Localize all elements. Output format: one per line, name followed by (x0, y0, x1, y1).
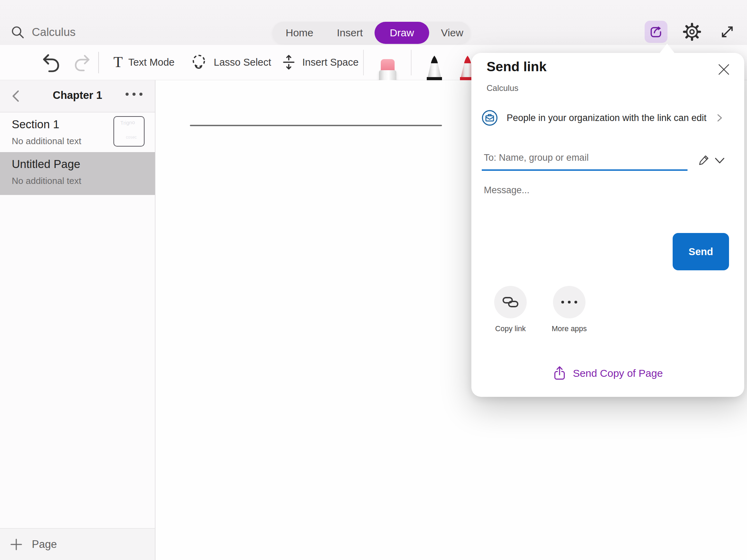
close-icon (718, 64, 730, 75)
toolbar-divider (411, 50, 412, 75)
send-copy-label: Send Copy of Page (573, 367, 663, 379)
share-button[interactable] (645, 21, 667, 43)
to-input-underline (482, 169, 688, 171)
send-link-dialog: Send link Calculus People i (471, 53, 744, 397)
ribbon-tabs: Home Insert Draw View (273, 22, 470, 44)
tab-view[interactable]: View (429, 22, 475, 44)
topbar-actions (645, 21, 738, 43)
top-bar: Calculus Home Insert Draw View (0, 0, 747, 45)
undo-icon (39, 51, 62, 74)
insert-space-button[interactable]: Insert Space (281, 45, 359, 80)
recipient-chevron-down-button[interactable] (713, 156, 726, 165)
to-input[interactable] (484, 152, 677, 163)
page-subtitle: No additional text (12, 176, 155, 186)
tab-insert[interactable]: Insert (325, 22, 375, 44)
page-row-section1[interactable]: Section 1 No additional text Trigno cose… (0, 112, 155, 152)
permission-label: People in your organization with the lin… (507, 113, 707, 123)
edit-pencil-button[interactable] (697, 153, 711, 167)
sidebar-header: Chapter 1 (0, 80, 155, 112)
briefcase-icon (482, 110, 498, 126)
search-icon[interactable] (10, 25, 25, 39)
notebook-title: Calculus (32, 26, 76, 39)
page-title: Untitled Page (12, 158, 155, 171)
copy-link-button[interactable] (494, 286, 527, 318)
message-input[interactable] (484, 185, 677, 230)
close-button[interactable] (716, 61, 732, 78)
toolbar-divider (363, 50, 364, 75)
ink-stroke (190, 125, 442, 126)
lasso-icon (190, 53, 208, 72)
dialog-callout-pointer (660, 44, 675, 53)
text-mode-icon: T (113, 55, 123, 70)
more-apps-button[interactable] (553, 286, 585, 318)
dialog-subtitle: Calculus (487, 83, 518, 93)
toolbar-divider (98, 52, 99, 73)
ellipsis-icon (561, 301, 577, 304)
undo-button[interactable] (39, 45, 62, 80)
link-permission-button[interactable]: People in your organization with the lin… (482, 108, 724, 128)
fullscreen-button[interactable] (717, 21, 738, 43)
page-thumbnail: Trigno cosec (113, 116, 145, 147)
send-copy-of-page-button[interactable]: Send Copy of Page (471, 366, 744, 381)
chevron-right-icon (716, 112, 724, 123)
redo-icon (73, 52, 93, 73)
link-icon (501, 295, 519, 310)
more-apps-label: More apps (538, 325, 600, 333)
settings-button[interactable] (681, 21, 703, 43)
section-more-button[interactable] (126, 93, 142, 96)
send-button[interactable]: Send (673, 233, 729, 270)
share-icon (649, 25, 663, 39)
tab-home[interactable]: Home (274, 22, 325, 44)
black-pen-tool[interactable] (425, 55, 443, 80)
text-mode-button[interactable]: T Text Mode (113, 45, 175, 80)
lasso-select-button[interactable]: Lasso Select (190, 45, 271, 80)
add-page-button[interactable]: Page (0, 528, 155, 560)
page-sidebar: Chapter 1 Section 1 No additional text T… (0, 80, 155, 560)
insert-space-icon (281, 54, 297, 71)
copy-link-label: Copy link (479, 325, 542, 333)
notebook-search[interactable]: Calculus (10, 25, 76, 39)
share-upload-icon (553, 366, 566, 381)
plus-icon (10, 538, 23, 551)
expand-icon (719, 23, 736, 40)
dialog-title: Send link (487, 59, 546, 74)
gear-icon (682, 22, 702, 41)
redo-button[interactable] (73, 45, 93, 80)
tab-draw[interactable]: Draw (375, 22, 429, 44)
page-row-untitled[interactable]: Untitled Page No additional text (0, 152, 155, 195)
onenote-app: Calculus Home Insert Draw View (0, 0, 747, 560)
